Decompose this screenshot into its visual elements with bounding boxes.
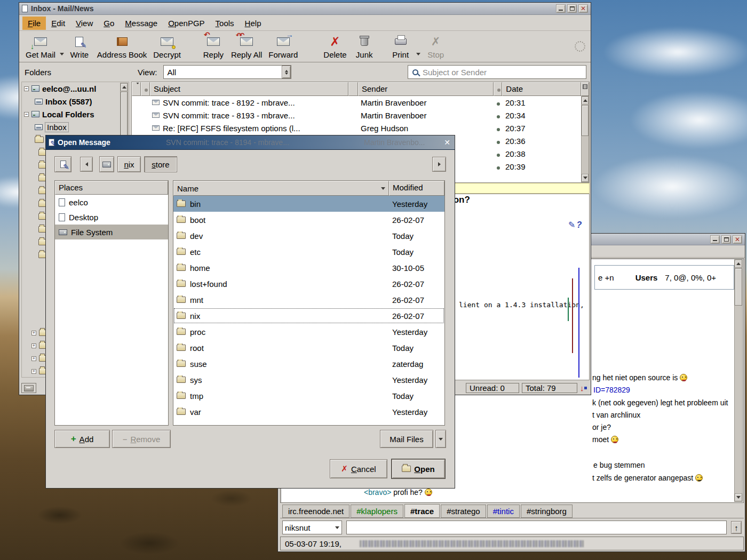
- message-row[interactable]: SVN commit: trace - 8192 - mbrave... Mar…: [132, 96, 589, 109]
- get-mail-button[interactable]: Get Mail: [22, 33, 59, 60]
- scroll-down-button[interactable]: [582, 174, 589, 182]
- close-button[interactable]: ✕: [733, 235, 742, 244]
- message-list-scrollbar[interactable]: [581, 96, 589, 182]
- message-row[interactable]: Re: [RFC] FSFS filesystem options (l... …: [132, 122, 589, 134]
- file-row[interactable]: boot26-02-07: [173, 212, 444, 228]
- scroll-up-button[interactable]: [121, 83, 128, 91]
- tab-stratego[interactable]: #stratego: [441, 505, 486, 518]
- maximize-button[interactable]: [721, 235, 731, 244]
- write-button[interactable]: Write: [65, 33, 94, 60]
- nick-selector[interactable]: niksnut: [282, 521, 342, 534]
- expand-icon[interactable]: [31, 369, 36, 374]
- date-column-header[interactable]: Date: [502, 82, 581, 96]
- close-button[interactable]: ✕: [442, 138, 452, 147]
- delete-button[interactable]: Delete: [320, 33, 349, 60]
- scroll-up-button[interactable]: [582, 97, 589, 105]
- subject-column-header[interactable]: Subject: [150, 82, 348, 96]
- folder-tree-item[interactable]: [22, 326, 48, 339]
- decrypt-button[interactable]: Decrypt: [150, 33, 184, 60]
- folder-tree-item[interactable]: [22, 339, 48, 352]
- file-row[interactable]: etcToday: [173, 244, 444, 260]
- chat-scrollbar[interactable]: [734, 259, 743, 502]
- cancel-button[interactable]: ✗Cancel: [330, 459, 387, 478]
- reply-all-button[interactable]: Reply All: [228, 33, 265, 60]
- close-button[interactable]: ✕: [578, 4, 588, 13]
- tab-klaplopers[interactable]: #klaplopers: [351, 505, 403, 518]
- chat-input[interactable]: [346, 521, 727, 534]
- collapse-icon[interactable]: [24, 86, 29, 91]
- file-row[interactable]: devToday: [173, 228, 444, 244]
- type-filename-button[interactable]: [54, 156, 71, 172]
- menu-edit[interactable]: Edit: [46, 17, 70, 30]
- name-column-header[interactable]: Name: [173, 181, 389, 196]
- tab-tintic[interactable]: #tintic: [487, 505, 520, 518]
- file-row[interactable]: rootToday: [173, 340, 444, 356]
- chat-link[interactable]: ID=782829: [593, 386, 630, 394]
- file-row[interactable]: varYesterday: [173, 404, 444, 420]
- view-select-arrows[interactable]: [282, 66, 291, 78]
- junk-column-header[interactable]: [348, 82, 358, 96]
- address-book-button[interactable]: Address Book: [94, 33, 150, 60]
- expand-icon[interactable]: [31, 343, 36, 348]
- file-row[interactable]: nix26-02-07: [173, 308, 444, 324]
- expand-icon[interactable]: [31, 331, 36, 335]
- file-row[interactable]: mnt26-02-07: [173, 292, 444, 308]
- offline-status-button[interactable]: [21, 383, 36, 393]
- path-scroll-right-button[interactable]: [432, 157, 446, 172]
- tree-item-inbox-account[interactable]: Inbox (5587): [22, 95, 129, 108]
- forward-button[interactable]: Forward: [265, 33, 301, 60]
- reply-button[interactable]: Reply: [199, 33, 228, 60]
- flag-column-header[interactable]: [132, 82, 141, 96]
- tab-stringborg[interactable]: #stringborg: [521, 505, 573, 518]
- menu-tools[interactable]: Tools: [210, 17, 240, 30]
- message-row[interactable]: SVN commit: trace - 8193 - mbrave... Mar…: [132, 109, 589, 122]
- file-row[interactable]: procYesterday: [173, 324, 444, 340]
- scroll-up-button[interactable]: [735, 260, 742, 268]
- sender-column-header[interactable]: Sender: [358, 82, 494, 96]
- filter-dropdown-button[interactable]: [435, 430, 446, 448]
- scroll-thumb[interactable]: [735, 268, 742, 306]
- print-dropdown[interactable]: [415, 34, 422, 59]
- place-desktop[interactable]: Desktop: [55, 210, 168, 225]
- column-picker-button[interactable]: [581, 82, 589, 96]
- menu-go[interactable]: Go: [98, 17, 120, 30]
- folder-tree-item[interactable]: [22, 352, 48, 365]
- read-column-header[interactable]: [494, 82, 502, 96]
- get-mail-dropdown[interactable]: [59, 34, 65, 59]
- file-row[interactable]: susezaterdag: [173, 356, 444, 372]
- maximize-button[interactable]: [567, 4, 577, 13]
- back-button[interactable]: [80, 157, 93, 172]
- scroll-thumb[interactable]: [582, 105, 589, 136]
- search-box[interactable]: [408, 65, 586, 79]
- path-root-button[interactable]: [99, 156, 114, 172]
- place-eelco[interactable]: eelco: [55, 195, 168, 210]
- filter-select[interactable]: Mail Files: [380, 430, 433, 448]
- file-row[interactable]: lost+found26-02-07: [173, 276, 444, 292]
- file-row[interactable]: tmpToday: [173, 388, 444, 404]
- mail-titlebar[interactable]: Inbox - Mail/News ✕: [19, 3, 591, 15]
- open-button[interactable]: Open: [392, 459, 445, 478]
- menu-message[interactable]: Message: [120, 17, 163, 30]
- folder-tree-item[interactable]: [22, 365, 48, 378]
- send-button[interactable]: ↑: [731, 521, 742, 534]
- file-row[interactable]: sysYesterday: [173, 372, 444, 388]
- scroll-down-button[interactable]: [735, 493, 742, 501]
- path-button-nix[interactable]: nix: [117, 156, 141, 172]
- expand-icon[interactable]: [31, 356, 36, 361]
- search-input[interactable]: [423, 67, 582, 77]
- menu-help[interactable]: Help: [240, 17, 267, 30]
- place-file-system[interactable]: File System: [55, 225, 168, 239]
- minimize-button[interactable]: [710, 235, 720, 244]
- file-row[interactable]: binYesterday: [173, 196, 444, 212]
- path-button-store[interactable]: store: [144, 156, 177, 172]
- view-select[interactable]: All: [163, 65, 291, 79]
- tree-item-account[interactable]: eelco@...uu.nl: [22, 82, 129, 95]
- tree-item-inbox-local[interactable]: Inbox: [22, 121, 129, 133]
- menu-view[interactable]: View: [70, 17, 98, 30]
- tab-server[interactable]: irc.freenode.net: [282, 505, 349, 518]
- add-button[interactable]: +Add: [54, 430, 110, 448]
- menu-file[interactable]: File: [22, 17, 46, 30]
- attachment-column-header[interactable]: [141, 82, 150, 96]
- file-row[interactable]: home30-10-05: [173, 260, 444, 276]
- tree-item-local-folders[interactable]: Local Folders: [22, 108, 129, 121]
